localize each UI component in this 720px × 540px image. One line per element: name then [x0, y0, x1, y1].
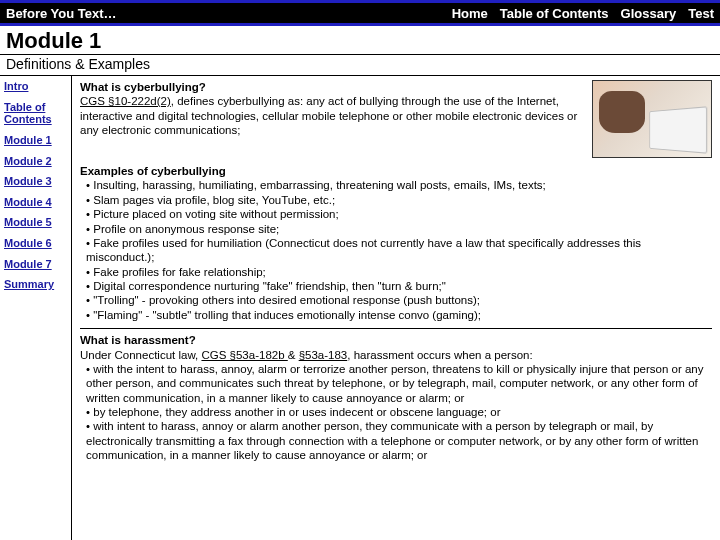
top-bar: Before You Text… Home Table of Contents …: [0, 0, 720, 26]
harassment-cite1[interactable]: CGS §53a-182b: [201, 349, 287, 361]
harassment-lead-post: , harassment occurs when a person:: [347, 349, 532, 361]
list-item: Picture placed on voting site without pe…: [86, 207, 712, 221]
sidebar-item-module1[interactable]: Module 1: [4, 134, 67, 147]
sidebar-item-summary[interactable]: Summary: [4, 278, 67, 291]
list-item: with intent to harass, annoy or alarm an…: [86, 419, 712, 462]
examples-list: Insulting, harassing, humiliating, embar…: [80, 178, 712, 322]
list-item: with the intent to harass, annoy, alarm …: [86, 362, 712, 405]
list-item: Profile on anonymous response site;: [86, 222, 712, 236]
list-item: by telephone, they address another in or…: [86, 405, 712, 419]
harassment-cite2[interactable]: §53a-183: [299, 349, 348, 361]
nav-glossary[interactable]: Glossary: [621, 6, 677, 21]
harassment-lead-pre: Under Connecticut law,: [80, 349, 201, 361]
module-title: Module 1: [0, 26, 720, 55]
examples-section: Examples of cyberbullying Insulting, har…: [80, 164, 712, 322]
sidebar-item-module4[interactable]: Module 4: [4, 196, 67, 209]
harassment-lead: Under Connecticut law, CGS §53a-182b & §…: [80, 348, 712, 362]
body-area: Intro Table of Contents Module 1 Module …: [0, 76, 720, 540]
definition-text: What is cyberbullying? CGS §10-222d(2), …: [80, 80, 584, 158]
harassment-section: What is harassment? Under Connecticut la…: [80, 328, 712, 462]
list-item: Digital correspondence nurturing "fake" …: [86, 279, 712, 293]
sidebar-item-module7[interactable]: Module 7: [4, 258, 67, 271]
nav-test[interactable]: Test: [688, 6, 714, 21]
harassment-heading: What is harassment?: [80, 333, 712, 347]
sidebar-item-module3[interactable]: Module 3: [4, 175, 67, 188]
nav-toc[interactable]: Table of Contents: [500, 6, 609, 21]
examples-heading: Examples of cyberbullying: [80, 164, 712, 178]
sidebar-item-module5[interactable]: Module 5: [4, 216, 67, 229]
child-laptop-image: [592, 80, 712, 158]
app-title: Before You Text…: [6, 6, 117, 21]
list-item: Fake profiles used for humiliation (Conn…: [86, 236, 712, 265]
page-subtitle: Definitions & Examples: [0, 55, 720, 76]
sidebar-item-toc[interactable]: Table of Contents: [4, 101, 67, 126]
list-item: Insulting, harassing, humiliating, embar…: [86, 178, 712, 192]
list-item: Fake profiles for fake relationship;: [86, 265, 712, 279]
harassment-amp: &: [288, 349, 299, 361]
list-item: "Flaming" - "subtle" trolling that induc…: [86, 308, 712, 322]
harassment-list: with the intent to harass, annoy, alarm …: [80, 362, 712, 463]
definition-section: What is cyberbullying? CGS §10-222d(2), …: [80, 80, 712, 158]
definition-citation[interactable]: CGS §10-222d(2): [80, 95, 171, 107]
list-item: "Trolling" - provoking others into desir…: [86, 293, 712, 307]
sidebar: Intro Table of Contents Module 1 Module …: [0, 76, 72, 540]
list-item: Slam pages via profile, blog site, YouTu…: [86, 193, 712, 207]
nav-home[interactable]: Home: [452, 6, 488, 21]
nav-links: Home Table of Contents Glossary Test: [452, 6, 714, 21]
content-area: What is cyberbullying? CGS §10-222d(2), …: [72, 76, 720, 540]
sidebar-item-intro[interactable]: Intro: [4, 80, 67, 93]
definition-heading: What is cyberbullying?: [80, 81, 206, 93]
sidebar-item-module2[interactable]: Module 2: [4, 155, 67, 168]
sidebar-item-module6[interactable]: Module 6: [4, 237, 67, 250]
